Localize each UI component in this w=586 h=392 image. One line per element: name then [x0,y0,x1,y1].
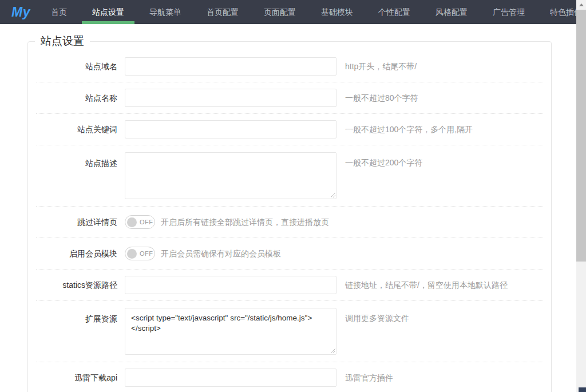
field-label: 迅雷下载api [36,369,117,387]
field-label: 站点描述 [36,152,117,169]
field-label: 站点域名 [36,57,117,76]
toggle-state-label: OFF [140,250,153,257]
nav-item-label: 风格配置 [435,7,468,17]
field-hint: 调用更多资源文件 [345,308,409,324]
site-name-input[interactable] [125,89,336,107]
field-hint: 一般不超过100个字符，多个用,隔开 [345,120,473,138]
nav-item-label: 基础模块 [321,7,353,17]
field-label: 站点关键词 [36,120,117,138]
nav-item-ad-management[interactable]: 广告管理 [480,0,537,24]
nav-item-label: 页面配置 [264,7,296,17]
field-label: 跳过详情页 [36,215,117,229]
nav-item-base-modules[interactable]: 基础模块 [308,0,366,24]
nav-item-nav-menu[interactable]: 导航菜单 [137,0,194,24]
form-row-skip-detail-page: 跳过详情页 OFF 开启后所有链接全部跳过详情页，直接进播放页 [36,207,543,238]
nav-item-label: 首页配置 [207,7,239,17]
field-hint: 迅雷官方插件 [345,369,393,387]
site-domain-input[interactable] [125,57,336,76]
form-row-site-name: 站点名称 一般不超过80个字符 [36,82,543,114]
nav-item-label: 导航菜单 [149,7,181,17]
nav-item-label: 广告管理 [493,7,525,17]
toggle-state-label: OFF [140,219,153,225]
nav-item-style-config[interactable]: 风格配置 [423,0,480,24]
form-row-statics-path: statics资源路径 链接地址，结尾不带/，留空使用本地默认路径 [36,270,543,301]
site-description-textarea[interactable] [125,152,336,199]
field-label: 启用会员模块 [36,247,117,260]
nav-item-site-settings[interactable]: 站点设置 [80,0,137,24]
nav-item-label: 首页 [51,7,67,17]
active-tab-indicator [82,21,134,24]
nav-item-label: 站点设置 [92,7,124,17]
skip-detail-toggle[interactable]: OFF [125,215,155,229]
form-row-site-keywords: 站点关键词 一般不超过100个字符，多个用,隔开 [36,114,543,145]
field-label: 扩展资源 [36,308,117,324]
field-label: 站点名称 [36,89,117,107]
form-row-enable-member-module: 启用会员模块 OFF 开启会员需确保有对应的会员模板 [36,238,543,270]
field-hint: http开头，结尾不带/ [345,57,417,76]
page-title: 站点设置 [35,34,90,48]
scrollbar-corner [579,387,586,392]
nav-item-home-config[interactable]: 首页配置 [194,0,251,24]
scrollbar-thumb[interactable] [576,10,586,262]
top-navbar: My 首页 站点设置 导航菜单 首页配置 页面配置 基础模块 个性配置 风格配置… [0,0,586,24]
field-label: statics资源路径 [36,276,117,294]
field-hint: 开启会员需确保有对应的会员模板 [161,247,281,260]
vertical-scrollbar[interactable] [576,0,586,392]
toggle-knob [127,217,137,227]
nav-item-label: 个性配置 [378,7,410,17]
scroll-up-icon[interactable] [576,0,586,10]
field-hint: 开启后所有链接全部跳过详情页，直接进播放页 [161,215,329,229]
form-row-thunder-api: 迅雷下载api 迅雷官方插件 [36,362,543,392]
member-module-toggle[interactable]: OFF [125,247,155,260]
form-row-site-domain: 站点域名 http开头，结尾不带/ [36,51,543,82]
form-row-site-description: 站点描述 一般不超过200个字符 [36,145,543,207]
nav-item-home[interactable]: 首页 [38,0,80,24]
field-hint: 链接地址，结尾不带/，留空使用本地默认路径 [345,276,508,294]
site-settings-fieldset: 站点设置 站点域名 http开头，结尾不带/ 站点名称 一般不超过80个字符 站… [27,41,552,392]
site-keywords-input[interactable] [125,120,336,138]
form-row-extended-resources: 扩展资源 <script type="text/javascript" src=… [36,301,543,362]
nav-item-page-config[interactable]: 页面配置 [251,0,308,24]
extended-resources-textarea[interactable]: <script type="text/javascript" src="/sta… [125,308,336,355]
nav-item-personal-config[interactable]: 个性配置 [366,0,423,24]
toggle-knob [127,249,137,259]
field-hint: 一般不超过200个字符 [345,152,422,168]
app-logo[interactable]: My [11,0,30,24]
field-hint: 一般不超过80个字符 [345,89,418,107]
statics-path-input[interactable] [125,276,336,294]
thunder-api-input[interactable] [125,369,336,387]
